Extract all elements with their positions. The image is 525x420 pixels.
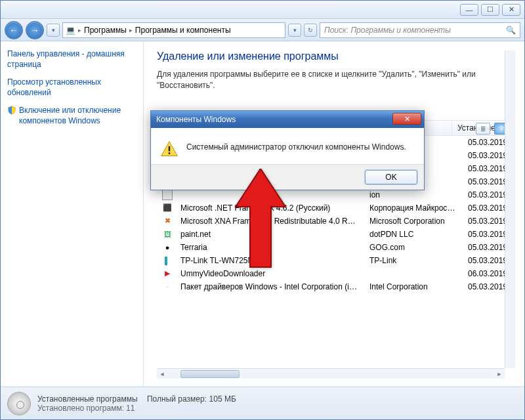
program-row[interactable]: 🖼 paint.net dotPDN LLC 05.03.2019 — [157, 228, 515, 241]
vertical-scrollbar[interactable] — [505, 51, 515, 368]
program-publisher — [364, 272, 463, 275]
program-publisher: Intel Corporation — [364, 281, 463, 293]
scroll-left-arrow[interactable]: ◄ — [157, 369, 167, 379]
page-title: Удаление или изменение программы — [157, 51, 515, 62]
program-icon: 🖼 — [162, 229, 173, 240]
nav-bar: ← → ▾ 💻 ▸ Программы ▸ Программы и компон… — [1, 19, 524, 41]
program-name: Terraria — [175, 242, 364, 253]
program-icon: ▶ — [162, 268, 173, 279]
program-name: Пакет драйверов Windows - Intel Corporat… — [175, 281, 364, 293]
dialog-close-button[interactable]: ✕ — [392, 113, 421, 125]
program-publisher: Microsoft Corporation — [364, 215, 463, 227]
program-row[interactable]: ▶ UmmyVideoDownloader 06.03.2019 — [157, 267, 515, 280]
status-size-value: 105 МБ — [209, 394, 236, 404]
sidebar-link-label: Включение или отключение компонентов Win… — [19, 106, 136, 126]
program-name: Microsoft XNA Framework Redistributable … — [175, 215, 364, 227]
program-row[interactable]: ⬛ Microsoft .NET Framework 4.6.2 (Русски… — [157, 201, 515, 215]
program-name: TP-Link TL-WN725N — [175, 255, 364, 266]
program-icon: ● — [162, 242, 173, 253]
program-name: paint.net — [175, 228, 364, 240]
breadcrumb-sep-icon: ▸ — [129, 27, 133, 33]
sidebar-link-windows-features[interactable]: Включение или отключение компонентов Win… — [7, 106, 136, 126]
nav-history-dropdown[interactable]: ▾ — [47, 24, 60, 37]
status-bar: Установленные программы Полный размер: 1… — [1, 387, 524, 419]
breadcrumb-sep-icon: ▸ — [78, 27, 81, 33]
breadcrumb-part[interactable]: Программы — [84, 26, 127, 35]
program-row[interactable]: ✖ Microsoft XNA Framework Redistributabl… — [157, 215, 515, 228]
program-row[interactable]: ▫ Пакет драйверов Windows - Intel Corpor… — [157, 280, 515, 293]
program-publisher: ion — [364, 189, 463, 201]
status-size-label: Полный размер: — [147, 394, 207, 404]
sidebar-link-home[interactable]: Панель управления - домашняя страница — [7, 49, 136, 70]
program-icon — [162, 190, 173, 200]
view-toolbar: ≣ ? — [476, 123, 509, 135]
program-publisher: Корпорация Майкрософт — [364, 202, 463, 214]
dialog-message: Системный администратор отключил компоне… — [186, 140, 406, 152]
svg-rect-0 — [169, 146, 170, 152]
status-count-value: 11 — [126, 404, 135, 413]
dialog-ok-button[interactable]: OK — [365, 170, 417, 184]
dialog-windows-features: Компоненты Windows ✕ Системный администр… — [150, 110, 425, 190]
breadcrumb-root-icon: 💻 — [66, 26, 75, 35]
program-publisher: TP-Link — [364, 255, 463, 266]
breadcrumb-dropdown[interactable]: ▾ — [288, 24, 301, 37]
program-name: Microsoft .NET Framework 4.6.2 (Русский) — [175, 202, 364, 214]
content-area: Панель управления - домашняя страница Пр… — [1, 41, 524, 387]
status-count-label: Установлено программ: — [37, 404, 124, 413]
program-publisher: dotPDN LLC — [364, 228, 463, 240]
refresh-button[interactable]: ↻ — [304, 24, 317, 37]
horizontal-scrollbar[interactable]: ◄ ► — [157, 368, 505, 379]
disc-icon — [7, 392, 31, 415]
program-icon: ▫ — [162, 282, 173, 292]
status-title: Установленные программы — [37, 394, 138, 404]
program-icon: ⬛ — [162, 203, 173, 213]
program-name — [175, 194, 364, 196]
close-button[interactable]: ✕ — [502, 4, 520, 16]
program-icon: ✖ — [162, 216, 173, 226]
title-bar: — ☐ ✕ — [1, 1, 524, 19]
nav-forward-button[interactable]: → — [26, 21, 44, 39]
page-description: Для удаления программы выберите ее в спи… — [157, 69, 515, 91]
window-frame: — ☐ ✕ ← → ▾ 💻 ▸ Программы ▸ Программы и … — [0, 0, 525, 420]
minimize-button[interactable]: — — [460, 4, 478, 16]
main-panel: Удаление или изменение программы Для уда… — [144, 41, 524, 387]
breadcrumb-part[interactable]: Программы и компоненты — [135, 26, 231, 35]
scroll-right-arrow[interactable]: ► — [494, 369, 505, 379]
search-placeholder: Поиск: Программы и компоненты — [324, 26, 451, 35]
program-name: UmmyVideoDownloader — [175, 268, 364, 280]
breadcrumb[interactable]: 💻 ▸ Программы ▸ Программы и компоненты — [62, 22, 285, 38]
scrollbar-thumb[interactable] — [180, 370, 240, 378]
svg-rect-1 — [169, 152, 170, 154]
program-icon: ▌ — [162, 255, 173, 266]
sidebar-link-updates[interactable]: Просмотр установленных обновлений — [7, 77, 136, 98]
view-mode-button[interactable]: ≣ — [476, 123, 490, 135]
shield-icon — [7, 106, 16, 115]
program-row[interactable]: ▌ TP-Link TL-WN725N TP-Link 05.03.2019 — [157, 254, 515, 267]
warning-icon — [160, 140, 178, 160]
sidebar: Панель управления - домашняя страница Пр… — [1, 41, 144, 387]
search-icon[interactable]: 🔍 — [506, 26, 516, 35]
dialog-titlebar[interactable]: Компоненты Windows ✕ — [151, 111, 424, 128]
maximize-button[interactable]: ☐ — [481, 4, 499, 16]
program-publisher: GOG.com — [364, 242, 463, 253]
program-row[interactable]: ● Terraria GOG.com 05.03.2019 — [157, 241, 515, 254]
dialog-title: Компоненты Windows — [156, 115, 236, 124]
search-input[interactable]: Поиск: Программы и компоненты 🔍 — [320, 22, 520, 38]
nav-back-button[interactable]: ← — [5, 21, 23, 39]
